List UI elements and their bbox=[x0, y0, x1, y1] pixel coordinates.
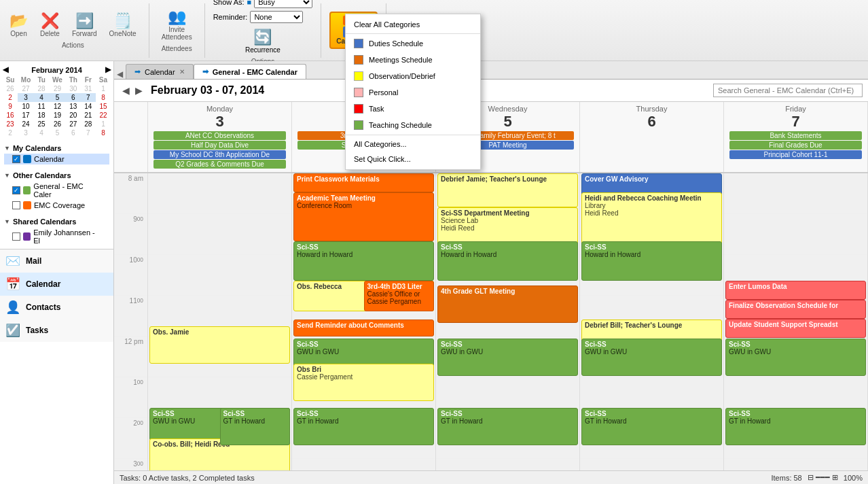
wed-debrief-jamie[interactable]: Debrief Jamie; Teacher's Lounge bbox=[437, 173, 578, 207]
onenote-button[interactable]: 🗒️ OneNote bbox=[105, 12, 141, 39]
mon-sci-ss-gt[interactable]: Sci-SS GT in Howard bbox=[220, 408, 291, 445]
mini-cal-prev[interactable]: ◀ bbox=[3, 65, 8, 74]
menu-duties[interactable]: Duties Schedule bbox=[346, 35, 480, 52]
tab-calendar[interactable]: ➡ Calendar ✕ bbox=[126, 64, 194, 79]
tab-prev-arrow[interactable]: ◀ bbox=[117, 69, 123, 79]
fri-alldayevent-1[interactable]: Final Grades Due bbox=[729, 141, 862, 150]
menu-observation[interactable]: Observation/Debrief bbox=[346, 68, 480, 84]
menu-set-quick-click[interactable]: Set Quick Click... bbox=[346, 152, 480, 167]
mini-cal-day[interactable]: 21 bbox=[81, 111, 96, 120]
forward-button[interactable]: ➡️ Forward bbox=[68, 12, 101, 39]
menu-teaching[interactable]: Teaching Schedule bbox=[346, 117, 480, 133]
mini-cal-day[interactable]: 24 bbox=[18, 120, 34, 128]
menu-personal[interactable]: Personal bbox=[346, 84, 480, 101]
tue-3rd-4th-dd3[interactable]: 3rd-4th DD3 Liter Cassie's Office or Cas… bbox=[364, 281, 435, 311]
mini-cal-day[interactable]: 9 bbox=[3, 102, 18, 111]
mini-cal-day[interactable]: 7 bbox=[81, 93, 96, 102]
tasks-nav[interactable]: ☑️ Tasks bbox=[0, 319, 113, 342]
mon-alldayevent-1[interactable]: Half Day Data Dive bbox=[153, 141, 286, 150]
mon-alldayevent-2[interactable]: My School DC 8th Application De bbox=[153, 150, 286, 159]
wed-4th-grade-glt[interactable]: 4th Grade GLT Meeting bbox=[437, 286, 578, 323]
mini-cal-day[interactable]: 4 bbox=[34, 93, 49, 102]
thu-sci-ss-gt[interactable]: Sci-SS GT in Howard bbox=[581, 408, 722, 445]
mini-cal-day[interactable]: 15 bbox=[96, 102, 111, 111]
mini-cal-day[interactable]: 11 bbox=[34, 102, 49, 111]
mon-8am[interactable] bbox=[148, 173, 291, 214]
fri-3pm[interactable] bbox=[724, 459, 867, 470]
mini-cal-day[interactable]: 12 bbox=[49, 102, 66, 111]
cal-prev-button[interactable]: ◀ bbox=[122, 85, 130, 96]
fri-sci-ss-gwu[interactable]: Sci-SS GWU in GWU bbox=[725, 339, 866, 376]
mini-cal-header[interactable]: ◀ February 2014 ▶ bbox=[3, 64, 111, 75]
fri-sci-ss-gt[interactable]: Sci-SS GT in Howard bbox=[725, 408, 866, 445]
open-button[interactable]: 📂 Open bbox=[5, 12, 32, 39]
mini-cal-day[interactable]: 13 bbox=[66, 102, 81, 111]
contacts-nav[interactable]: 👤 Contacts bbox=[0, 296, 113, 319]
menu-meetings[interactable]: Meetings Schedule bbox=[346, 52, 480, 68]
tab-emc[interactable]: ➡ General - EMC Calendar bbox=[194, 64, 306, 79]
thu-sci-ss-gwu[interactable]: Sci-SS GWU in GWU bbox=[581, 339, 722, 376]
emily-item[interactable]: Emily Johannsen - El bbox=[4, 227, 109, 246]
reminder-select[interactable]: None 15 minutes 30 minutes bbox=[250, 11, 303, 23]
mini-cal-day[interactable]: 28 bbox=[34, 84, 49, 93]
recurrence-button[interactable]: 🔄 Recurrence bbox=[241, 27, 285, 55]
show-as-select[interactable]: Busy Free Tentative Out of Office bbox=[254, 0, 312, 8]
invite-attendees-button[interactable]: 👥 InviteAttendees bbox=[158, 8, 196, 42]
tue-academic-team[interactable]: Academic Team Meeting Conference Room bbox=[293, 192, 434, 241]
mini-cal-day[interactable]: 14 bbox=[81, 102, 96, 111]
fri-alldayevent-2[interactable]: Principal Cohort 11-1 bbox=[729, 150, 862, 159]
wed-sci-ss-howard[interactable]: Sci-SS Howard in Howard bbox=[437, 241, 578, 281]
mini-cal-day[interactable]: 3 bbox=[18, 128, 34, 137]
mini-cal-day[interactable]: 26 bbox=[3, 84, 18, 93]
mon-alldayevent-0[interactable]: ANet CC Observations bbox=[153, 131, 286, 140]
mon-obs-jamie[interactable]: Obs. Jamie bbox=[149, 326, 290, 364]
mini-cal-day[interactable]: 8 bbox=[96, 128, 111, 137]
shared-calendars-header[interactable]: ▼ Shared Calendars bbox=[4, 216, 109, 227]
mon-9am[interactable] bbox=[148, 214, 291, 255]
thu-sci-ss-howard[interactable]: Sci-SS Howard in Howard bbox=[581, 241, 722, 281]
fri-9am[interactable] bbox=[724, 214, 867, 255]
tue-3pm[interactable] bbox=[292, 459, 435, 470]
mini-cal-day[interactable]: 27 bbox=[18, 84, 34, 93]
mini-cal-day[interactable]: 30 bbox=[66, 84, 81, 93]
menu-task[interactable]: Task bbox=[346, 101, 480, 117]
thu-heidi-coaching[interactable]: Heidi and Rebecca Coaching Meetin Librar… bbox=[581, 192, 722, 247]
cal-next-button[interactable]: ▶ bbox=[135, 85, 143, 96]
general-emc-checkbox[interactable]: ✓ bbox=[12, 186, 20, 194]
my-calendars-header[interactable]: ▼ My Calendars bbox=[4, 143, 109, 154]
tue-sci-ss-howard[interactable]: Sci-SS Howard in Howard bbox=[293, 241, 434, 281]
emily-checkbox[interactable] bbox=[12, 232, 20, 241]
calendar-checkbox[interactable]: ✓ bbox=[12, 155, 20, 163]
delete-button[interactable]: ❌ Delete bbox=[36, 12, 64, 39]
mini-cal-day[interactable]: 1 bbox=[96, 120, 111, 128]
mail-nav[interactable]: ✉️ Mail bbox=[0, 249, 113, 273]
mini-cal-day[interactable]: 25 bbox=[34, 120, 49, 128]
mini-cal-day[interactable]: 20 bbox=[66, 111, 81, 120]
mini-cal-day[interactable]: 2 bbox=[3, 128, 18, 137]
calendar-nav[interactable]: 📅 Calendar bbox=[0, 273, 113, 296]
mini-cal-day[interactable]: 23 bbox=[3, 120, 18, 128]
zoom-controls[interactable]: ⊟ ━━━ ⊞ bbox=[808, 473, 838, 482]
tue-send-reminder[interactable]: Send Reminder about Comments bbox=[293, 319, 434, 336]
menu-all-categories[interactable]: All Categories... bbox=[346, 137, 480, 152]
menu-clear-all[interactable]: Clear All Categories bbox=[346, 17, 480, 32]
mini-cal-day[interactable]: 31 bbox=[81, 84, 96, 93]
mini-cal-day[interactable]: 7 bbox=[81, 128, 96, 137]
mini-cal-day[interactable]: 26 bbox=[49, 120, 66, 128]
mini-cal-day[interactable]: 6 bbox=[66, 128, 81, 137]
fri-finalize-obs[interactable]: Finalize Observation Schedule for bbox=[725, 300, 866, 319]
mini-cal-day[interactable]: 5 bbox=[49, 93, 66, 102]
fri-enter-lumos[interactable]: Enter Lumos Data bbox=[725, 281, 866, 300]
mini-cal-day[interactable]: 18 bbox=[34, 111, 49, 120]
fri-alldayevent-0[interactable]: Bank Statements bbox=[729, 131, 862, 140]
mini-cal-day[interactable]: 10 bbox=[18, 102, 34, 111]
mini-cal-day[interactable]: 6 bbox=[66, 93, 81, 102]
mini-cal-day[interactable]: 22 bbox=[96, 111, 111, 120]
mini-cal-day[interactable]: 2 bbox=[3, 93, 18, 102]
mini-cal-day[interactable]: 4 bbox=[34, 128, 49, 137]
tue-obs-bri[interactable]: Obs Bri Cassie Pergament bbox=[293, 364, 434, 401]
calendar-item[interactable]: ✓ Calendar bbox=[4, 154, 109, 165]
mini-cal-day[interactable]: 1 bbox=[96, 84, 111, 93]
mini-cal-day[interactable]: 8 bbox=[96, 93, 111, 102]
emc-coverage-item[interactable]: EMC Coverage bbox=[4, 200, 109, 211]
